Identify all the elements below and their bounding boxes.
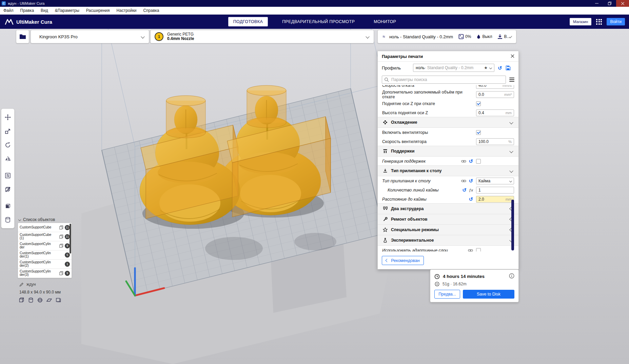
add-stack-icon[interactable] <box>55 297 61 303</box>
sign-in-button[interactable]: Войти <box>607 18 625 25</box>
print-settings-selector[interactable]: ноль - Standard Quality - 0.2mm 0% Выкл <box>377 30 516 43</box>
wrench-icon <box>382 217 388 222</box>
duplicate-icon[interactable] <box>59 225 63 229</box>
save-to-disk-button[interactable]: Save to Disk <box>463 290 514 299</box>
scrollbar-thumb[interactable] <box>511 200 514 250</box>
adhesion-type-select[interactable]: Кайма <box>476 178 514 184</box>
adhesion-icon <box>497 34 503 39</box>
object-row[interactable]: CustomSupportCylinder(1) 5 <box>18 250 72 260</box>
rename-icon[interactable] <box>19 282 24 287</box>
object-row[interactable]: CustomSupportCube 11 <box>18 223 72 232</box>
object-row[interactable]: CustomSupportCube(1) 11 <box>18 232 72 241</box>
profile-select[interactable]: ноль - Standard Quality - 0.2mm ★ <box>413 64 494 72</box>
value-field[interactable]: 0.4 mm <box>476 109 514 116</box>
custom-support-cylinder-tool-button[interactable] <box>2 213 14 227</box>
recommended-mode-button[interactable]: Рекомендован <box>382 256 424 265</box>
settings-category-cooling[interactable]: Охлаждение <box>378 117 518 128</box>
settings-category-experimental[interactable]: Экспериментальное <box>378 235 518 246</box>
settings-category-support[interactable]: Поддержки <box>378 146 518 157</box>
material-selector[interactable]: 1 Generic PETG 0.4mm Nozzle <box>150 30 374 43</box>
nozzle-size: 0.4mm Nozzle <box>167 37 194 41</box>
menu-view[interactable]: Вид <box>37 7 52 14</box>
tab-prepare[interactable]: ПОДГОТОВКА <box>228 17 268 26</box>
custom-support-cube-tool-button[interactable] <box>2 199 14 213</box>
reset-setting-icon[interactable]: ↺ <box>469 159 473 164</box>
profile-label: Профиль <box>382 65 410 70</box>
save-profile-icon[interactable] <box>506 65 511 70</box>
value-field[interactable]: 0.0 mm³ <box>476 91 514 98</box>
fan-icon <box>382 120 388 125</box>
applications-grid-icon[interactable] <box>596 19 602 25</box>
flask-icon <box>382 238 388 243</box>
settings-category-mesh-fixes[interactable]: Ремонт объектов <box>378 214 518 225</box>
rotate-tool-button[interactable] <box>2 138 14 152</box>
settings-category-special-modes[interactable]: Специальные режимы <box>378 224 518 235</box>
settings-search-input[interactable] <box>391 77 504 82</box>
settings-category-adhesion[interactable]: Тип прилипания к столу <box>378 165 518 176</box>
shape-tools <box>19 297 61 303</box>
printer-name: Kingroon KP3S Pro <box>39 34 78 39</box>
add-sheet-icon[interactable] <box>46 297 52 303</box>
reset-setting-icon[interactable]: ↺ <box>469 178 473 183</box>
info-icon[interactable] <box>509 273 514 280</box>
folder-icon <box>19 34 26 39</box>
add-cube-icon[interactable] <box>19 297 25 303</box>
favorite-star-icon[interactable]: ★ <box>484 65 488 70</box>
reset-setting-icon[interactable]: ↺ <box>469 197 473 202</box>
instance-count-badge: 11 <box>65 234 70 239</box>
profile-summary: ноль - Standard Quality - 0.2mm <box>389 34 453 39</box>
object-row[interactable]: CustomSupportCylinder 9 <box>18 241 72 250</box>
open-file-button[interactable] <box>16 30 29 43</box>
object-row[interactable]: CustomSupportCylinder(3) 9 <box>18 269 72 278</box>
menu-file[interactable]: Файл <box>0 7 17 14</box>
reset-profile-icon[interactable]: ↺ <box>498 65 502 70</box>
checkbox[interactable] <box>476 159 481 164</box>
move-tool-button[interactable] <box>2 110 14 124</box>
checkbox[interactable] <box>476 130 481 135</box>
value-field[interactable]: 40.0 mm/s <box>476 85 514 89</box>
viewport-3d[interactable]: Kingroon KP3S Pro 1 Generic PETG 0.4mm N… <box>0 29 629 364</box>
duplicate-icon[interactable] <box>59 235 63 239</box>
preview-button[interactable]: Предва... <box>434 290 460 299</box>
material-usage-estimate: 51g · 16.62m <box>443 282 467 286</box>
menu-edit[interactable]: Правка <box>17 7 38 14</box>
menu-extensions[interactable]: Расширения <box>83 7 113 14</box>
checkbox[interactable] <box>476 248 481 252</box>
duplicate-icon[interactable] <box>59 244 63 248</box>
value-field[interactable]: 100.0 % <box>476 138 514 145</box>
mirror-tool-button[interactable] <box>2 152 14 166</box>
object-row[interactable]: CustomSupportCylinder(2) 1 <box>18 260 72 269</box>
reset-setting-icon[interactable]: ↺ <box>462 187 467 193</box>
formula-icon[interactable]: ƒx <box>469 188 473 192</box>
close-button[interactable] <box>616 0 629 7</box>
value-field-highlighted[interactable]: 2.0 mm <box>476 196 514 203</box>
support-cylinder-left[interactable] <box>166 96 205 138</box>
menu-settings[interactable]: &Параметры <box>52 7 83 14</box>
minimize-button[interactable] <box>590 0 603 7</box>
menu-preferences[interactable]: Настройки <box>113 7 140 14</box>
add-sphere-icon[interactable] <box>37 297 43 303</box>
add-cylinder-icon[interactable] <box>28 297 34 303</box>
instance-count-badge: 11 <box>65 225 70 230</box>
marketplace-button[interactable]: Магазин <box>570 18 591 25</box>
restore-button[interactable] <box>603 0 616 7</box>
object-list-header[interactable]: Список объектов <box>19 217 55 222</box>
support-cylinder-right[interactable] <box>247 85 286 128</box>
menu-help[interactable]: Справка <box>140 7 162 14</box>
setting-row-adaptive-layers: Использовать адаптивные слои <box>378 246 518 251</box>
tab-monitor[interactable]: МОНИТОР <box>369 17 401 26</box>
duplicate-icon[interactable] <box>59 271 63 275</box>
per-model-settings-tool-button[interactable] <box>2 168 14 182</box>
close-panel-icon[interactable] <box>511 53 514 59</box>
scrollbar-thumb[interactable] <box>70 224 71 254</box>
tab-preview[interactable]: ПРЕДВАРИТЕЛЬНЫЙ ПРОСМОТР <box>277 17 359 26</box>
printer-selector[interactable]: Kingroon KP3S Pro <box>31 30 149 43</box>
setting-row-retraction-speed: Скорость отката 40.0 mm/s <box>378 85 518 90</box>
scale-tool-button[interactable] <box>2 124 14 138</box>
settings-category-dual-extrusion[interactable]: Два экструдера <box>378 203 518 214</box>
search-box <box>382 76 506 84</box>
support-blocker-tool-button[interactable] <box>2 182 14 196</box>
value-field[interactable]: 1 <box>476 187 514 194</box>
checkbox[interactable] <box>476 101 481 106</box>
settings-menu-icon[interactable] <box>509 78 514 82</box>
